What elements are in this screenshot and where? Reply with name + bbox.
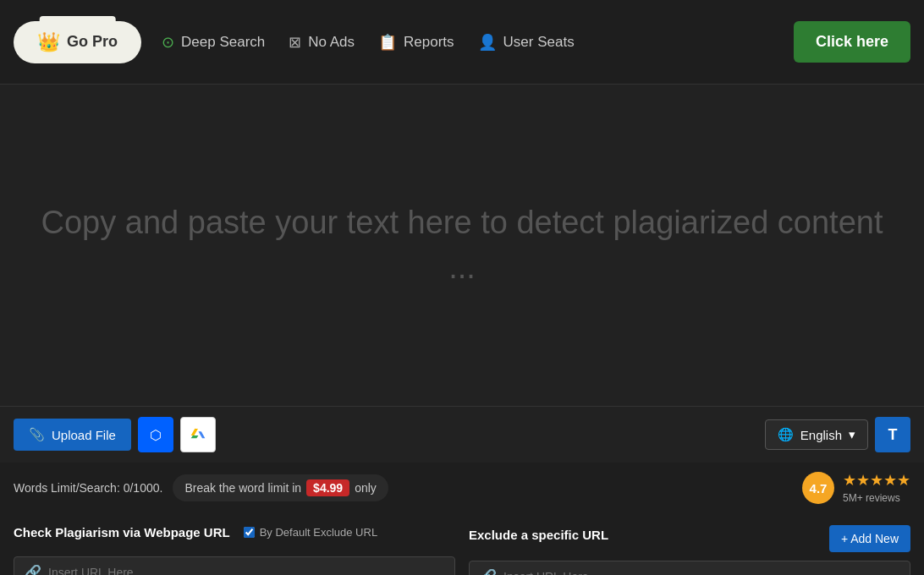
- url-section-label: Check Plagiarism via Webpage URL: [14, 525, 230, 539]
- url-input-wrapper-right[interactable]: 🔗: [469, 561, 910, 575]
- reports-label: Reports: [404, 34, 454, 51]
- break-limit-suffix: only: [355, 481, 377, 495]
- no-ads-icon: ⊠: [289, 33, 301, 52]
- feature-reports: 📋 Reports: [378, 33, 454, 52]
- language-selector[interactable]: 🌐 English ▾: [765, 419, 868, 450]
- exclude-section-label: Exclude a specific URL: [469, 528, 608, 542]
- globe-icon: 🌐: [778, 427, 794, 442]
- text-icon: T: [888, 426, 898, 444]
- upload-file-label: Upload File: [52, 428, 116, 442]
- main-content-area[interactable]: Copy and paste your text here to detect …: [0, 85, 924, 406]
- language-label: English: [800, 428, 842, 442]
- url-section-right: Exclude a specific URL + Add New 🔗: [469, 525, 910, 575]
- google-drive-button[interactable]: [180, 417, 216, 452]
- deep-search-label: Deep Search: [181, 34, 265, 51]
- exclude-url-checkbox-label[interactable]: By Default Exclude URL: [244, 526, 377, 539]
- upload-file-button[interactable]: 📎 Upload File: [14, 419, 131, 451]
- word-limit-text: Words Limit/Search: 0/1000.: [14, 481, 162, 495]
- user-seats-icon: 👤: [478, 33, 497, 52]
- text-format-button[interactable]: T: [875, 417, 910, 452]
- exclude-header: Exclude a specific URL + Add New: [469, 525, 910, 552]
- google-drive-icon: [190, 424, 206, 446]
- dropbox-icon: ⬡: [150, 427, 162, 443]
- link-icon-left: 🔗: [25, 564, 41, 575]
- feature-no-ads: ⊠ No Ads: [289, 33, 355, 52]
- top-bar: 👑 Go Pro ⊙ Deep Search ⊠ No Ads 📋 Report…: [0, 0, 924, 85]
- url-input-right[interactable]: [503, 570, 899, 576]
- feature-user-seats: 👤 User Seats: [478, 33, 575, 52]
- crown-icon: 👑: [37, 31, 60, 53]
- word-limit-bar: Words Limit/Search: 0/1000. Break the wo…: [0, 463, 924, 513]
- break-limit-prefix: Break the word limit in: [184, 481, 301, 495]
- user-seats-label: User Seats: [503, 34, 575, 51]
- url-input-wrapper-left[interactable]: 🔗: [14, 556, 455, 575]
- bottom-section: Check Plagiarism via Webpage URL By Defa…: [0, 513, 924, 575]
- review-count: 5M+ reviews: [843, 492, 900, 504]
- paperclip-icon: 📎: [29, 427, 45, 442]
- go-pro-label: Go Pro: [67, 33, 118, 51]
- deep-search-icon: ⊙: [162, 33, 174, 52]
- chevron-down-icon: ▾: [849, 427, 855, 442]
- url-input-left[interactable]: [48, 566, 444, 576]
- rating-badge: 4.7: [802, 472, 834, 504]
- click-here-button[interactable]: Click here: [794, 21, 910, 63]
- exclude-url-checkbox[interactable]: [244, 527, 255, 538]
- no-ads-label: No Ads: [308, 34, 355, 51]
- rating-section: 4.7 ★★★★★ 5M+ reviews: [802, 471, 910, 505]
- editor-toolbar: 📎 Upload File ⬡ 🌐 English ▾ T: [0, 406, 924, 463]
- feature-items: ⊙ Deep Search ⊠ No Ads 📋 Reports 👤 User …: [162, 33, 773, 52]
- url-section-left: Check Plagiarism via Webpage URL By Defa…: [14, 525, 455, 575]
- text-placeholder: Copy and paste your text here to detect …: [34, 200, 890, 290]
- price-badge: $4.99: [306, 479, 349, 496]
- go-pro-button[interactable]: 👑 Go Pro: [14, 21, 141, 63]
- star-rating: ★★★★★: [843, 471, 910, 490]
- break-limit-tag[interactable]: Break the word limit in $4.99 only: [173, 474, 388, 501]
- link-icon-right: 🔗: [480, 568, 497, 575]
- add-new-button[interactable]: + Add New: [829, 525, 910, 552]
- dropbox-button[interactable]: ⬡: [138, 417, 173, 452]
- reports-icon: 📋: [378, 33, 397, 52]
- feature-deep-search: ⊙ Deep Search: [162, 33, 265, 52]
- exclude-url-checkbox-text: By Default Exclude URL: [260, 526, 377, 539]
